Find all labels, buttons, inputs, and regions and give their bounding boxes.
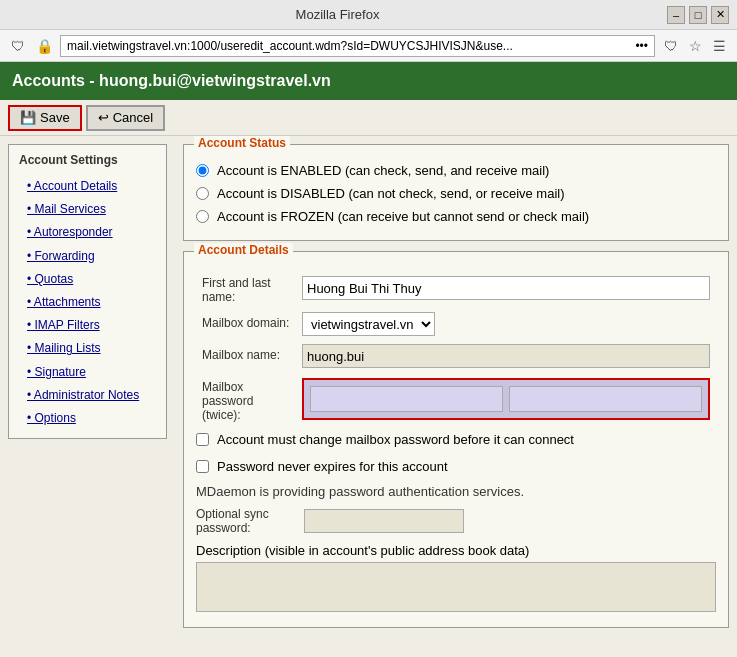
account-settings-group: Account Settings • Account Details • Mai… [8,144,167,439]
main-content: Account Settings • Account Details • Mai… [0,136,737,657]
mailbox-password-input-2[interactable] [509,386,702,412]
url-bar[interactable]: mail.vietwingstravel.vn:1000/useredit_ac… [60,35,655,57]
mailbox-password-label: Mailbox password (twice): [196,372,296,426]
url-text: mail.vietwingstravel.vn:1000/useredit_ac… [67,39,513,53]
account-status-title: Account Status [194,136,290,150]
account-status-group: Account Status Account is ENABLED (can c… [183,144,729,241]
status-enabled-label: Account is ENABLED (can check, send, and… [217,163,549,178]
mailbox-name-row: Mailbox name: [196,340,716,372]
first-last-name-label: First and last name: [196,268,296,308]
account-details-table: First and last name: Mailbox domain: vie… [196,268,716,426]
sync-password-label: Optional sync password: [196,507,296,535]
bookmark-icon[interactable]: ☆ [685,36,705,56]
status-disabled-option[interactable]: Account is DISABLED (can not check, send… [196,182,716,205]
mdaemon-info-text: MDaemon is providing password authentica… [196,480,716,503]
maximize-button[interactable]: □ [689,6,707,24]
status-frozen-radio[interactable] [196,210,209,223]
password-never-expires-checkbox-row[interactable]: Password never expires for this account [196,453,716,480]
sync-password-row: Optional sync password: [196,503,716,539]
status-enabled-option[interactable]: Account is ENABLED (can check, send, and… [196,159,716,182]
app-header-title: Accounts - huong.bui@vietwingstravel.vn [12,72,331,90]
status-disabled-radio[interactable] [196,187,209,200]
cancel-icon: ↩ [98,110,109,125]
first-last-name-input[interactable] [302,276,710,300]
sidebar-item-admin-notes[interactable]: • Administrator Notes [19,384,156,407]
password-inputs-container [310,386,702,412]
more-icon: ••• [635,39,648,53]
minimize-button[interactable]: – [667,6,685,24]
sidebar-item-signature[interactable]: • Signature [19,361,156,384]
app-header: Accounts - huong.bui@vietwingstravel.vn [0,62,737,100]
sidebar-group-title: Account Settings [19,153,156,167]
description-label: Description (visible in account's public… [196,539,716,562]
titlebar-title: Mozilla Firefox [8,7,667,22]
mailbox-password-row: Mailbox password (twice): [196,372,716,426]
sidebar-item-mail-services[interactable]: • Mail Services [19,198,156,221]
mailbox-name-input[interactable] [302,344,710,368]
right-panel: Account Status Account is ENABLED (can c… [175,136,737,657]
mailbox-password-input-1[interactable] [310,386,503,412]
change-password-checkbox[interactable] [196,433,209,446]
titlebar-controls[interactable]: – □ ✕ [667,6,729,24]
change-password-checkbox-row[interactable]: Account must change mailbox password bef… [196,426,716,453]
sidebar-item-mailing-lists[interactable]: • Mailing Lists [19,337,156,360]
sidebar-item-attachments[interactable]: • Attachments [19,291,156,314]
account-details-group: Account Details First and last name: Mai… [183,251,729,628]
cancel-button[interactable]: ↩ Cancel [86,105,165,131]
sidebar-item-autoresponder[interactable]: • Autoresponder [19,221,156,244]
password-never-expires-checkbox[interactable] [196,460,209,473]
shield-icon: 🛡 [8,36,28,56]
menu-icon[interactable]: ☰ [709,36,729,56]
sync-password-input[interactable] [304,509,464,533]
mailbox-domain-select[interactable]: vietwingstravel.vn [302,312,435,336]
status-frozen-label: Account is FROZEN (can receive but canno… [217,209,589,224]
password-never-expires-label: Password never expires for this account [217,459,448,474]
change-password-label: Account must change mailbox password bef… [217,432,574,447]
sidebar: Account Settings • Account Details • Mai… [0,136,175,657]
save-button[interactable]: 💾 Save [8,105,82,131]
save-icon: 💾 [20,110,36,125]
close-button[interactable]: ✕ [711,6,729,24]
status-disabled-label: Account is DISABLED (can not check, send… [217,186,565,201]
mailbox-name-label: Mailbox name: [196,340,296,372]
titlebar: Mozilla Firefox – □ ✕ [0,0,737,30]
status-frozen-option[interactable]: Account is FROZEN (can receive but canno… [196,205,716,228]
browser-action-icons: 🛡 ☆ ☰ [661,36,729,56]
first-last-name-row: First and last name: [196,268,716,308]
sidebar-item-imap-filters[interactable]: • IMAP Filters [19,314,156,337]
password-highlight-container [302,378,710,420]
description-textarea[interactable] [196,562,716,612]
shield-verify-icon: 🛡 [661,36,681,56]
status-enabled-radio[interactable] [196,164,209,177]
account-details-title: Account Details [194,243,293,257]
addressbar: 🛡 🔒 mail.vietwingstravel.vn:1000/useredi… [0,30,737,62]
mailbox-domain-row: Mailbox domain: vietwingstravel.vn [196,308,716,340]
sidebar-item-account-details[interactable]: • Account Details [19,175,156,198]
sidebar-item-options[interactable]: • Options [19,407,156,430]
lock-icon: 🔒 [34,36,54,56]
sidebar-item-quotas[interactable]: • Quotas [19,268,156,291]
toolbar: 💾 Save ↩ Cancel [0,100,737,136]
sidebar-item-forwarding[interactable]: • Forwarding [19,245,156,268]
mailbox-domain-label: Mailbox domain: [196,308,296,340]
